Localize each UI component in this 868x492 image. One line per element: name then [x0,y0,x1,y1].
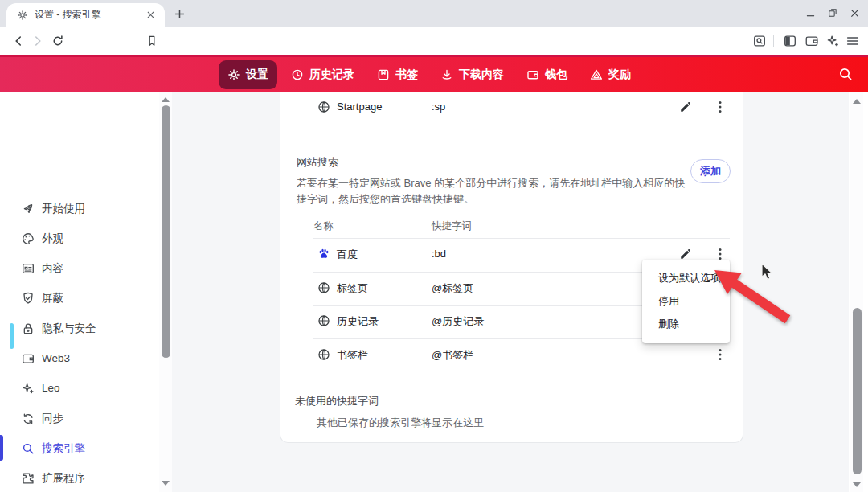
site-search-row-bookmarks-bar: 书签栏 @书签栏 [280,344,743,367]
sidebar-item-label: 内容 [42,261,63,276]
sidebar-item-label: 扩展程序 [42,471,85,486]
nav-label: 钱包 [545,68,567,82]
kebab-menu-icon[interactable] [714,347,726,362]
site-search-description: 若要在某一特定网站或 Brave 的某个部分中进行搜索，请先在地址栏中输入相应的… [297,175,689,207]
forward-icon[interactable] [29,32,47,50]
nav-label: 书签 [395,68,418,82]
browser-tab[interactable]: 设置 - 搜索引擎 [6,3,165,27]
wallet-icon [526,68,539,81]
browser-window: 设置 - 搜索引擎 [0,0,868,492]
bat-triangle-icon [590,68,603,81]
sidebar-item-search-engine[interactable]: 搜索引擎 [0,433,158,463]
engine-name: 标签页 [337,281,368,296]
engine-name: Startpage [337,100,382,113]
tab-strip: 设置 - 搜索引擎 [0,0,868,27]
engine-shortcut: @书签栏 [432,348,473,363]
globe-icon [317,281,330,294]
nav-item-history[interactable]: 历史记录 [282,60,363,89]
scroll-down-icon[interactable] [853,482,861,487]
site-search-title: 网站搜索 [297,155,338,170]
menu-hamburger-icon[interactable] [844,32,862,50]
sidebar-item-get-started[interactable]: 开始使用 [0,194,158,223]
sidebar-item-appearance[interactable]: 外观 [0,223,158,253]
column-header-name: 名称 [313,219,334,233]
sidebar-item-label: Web3 [42,352,70,364]
sidebar-item-extensions[interactable]: 扩展程序 [0,463,158,492]
engine-name: 历史记录 [337,314,379,329]
nav-item-wallet[interactable]: 钱包 [518,60,576,89]
download-icon [440,68,453,81]
nav-label: 奖励 [608,68,631,82]
globe-icon [317,100,330,113]
engine-row-startpage: Startpage :sp [280,96,743,119]
bookmark-flag-icon[interactable] [143,32,161,50]
sidebar-item-content[interactable]: 内容 [0,253,158,283]
main-scrollbar[interactable] [850,92,863,492]
nav-item-downloads[interactable]: 下载内容 [432,60,513,89]
settings-search-icon[interactable] [837,66,854,82]
nav-item-bookmarks[interactable]: 书签 [368,60,427,89]
sidebar-item-leo[interactable]: Leo [0,373,158,403]
engine-name: 百度 [337,248,358,262]
baidu-paw-icon [317,248,330,260]
new-tab-button[interactable] [172,6,186,21]
nav-item-settings[interactable]: 设置 [219,60,277,89]
sidebar-item-privacy-security[interactable]: 隐私与安全 [0,314,158,343]
engine-name: 书签栏 [337,348,368,363]
clock-icon [291,68,304,81]
sidebar-item-sync[interactable]: 同步 [0,404,158,433]
sidebar-scrollbar[interactable] [159,92,172,492]
kebab-menu-icon[interactable] [714,100,726,114]
restore-button[interactable] [823,4,842,22]
wallet-icon [21,351,35,366]
inactive-shortcuts-title: 未使用的快捷字词 [295,394,379,408]
globe-icon [317,348,330,361]
sparkle-icon [21,381,35,396]
tab-title: 设置 - 搜索引擎 [35,8,137,22]
engine-shortcut: :sp [432,100,445,113]
sidebar-scrollbar-thumb[interactable] [162,105,170,358]
sidebar-toggle-icon[interactable] [781,32,799,50]
nav-label: 下载内容 [459,68,504,82]
window-close-icon[interactable] [845,4,864,22]
engine-shortcut: :bd [432,248,446,260]
palette-icon [21,232,35,246]
back-icon[interactable] [10,32,27,50]
mouse-cursor [760,263,776,282]
gear-icon [227,68,240,81]
scroll-down-icon[interactable] [162,481,170,486]
rocket-icon [21,202,35,216]
sidebar-item-web3[interactable]: Web3 [0,343,158,373]
nav-label: 设置 [246,68,268,82]
wallet-icon[interactable] [803,32,821,50]
sidebar-item-label: Leo [42,382,60,394]
lock-icon [21,322,35,336]
leo-ai-icon[interactable] [824,32,841,50]
column-header-shortcut: 快捷字词 [432,219,472,233]
scroll-up-icon[interactable] [853,99,861,104]
toolbar: Brave brave://settings/searchEngines [0,27,868,55]
scroll-up-icon[interactable] [162,97,170,102]
edit-pencil-icon[interactable] [679,100,692,113]
sidebar-item-label: 外观 [42,232,63,246]
table-divider [313,238,730,239]
edit-pencil-icon[interactable] [679,248,692,260]
nav-item-rewards[interactable]: 奖励 [581,60,640,89]
divider [773,35,774,47]
tab-close-icon[interactable] [144,9,157,22]
main-scrollbar-thumb[interactable] [853,308,862,474]
sidebar-item-shields[interactable]: 屏蔽 [0,283,158,313]
red-annotation-arrow [699,257,804,334]
settings-sidebar: 开始使用 外观 内容 屏 [0,92,159,492]
content-card-icon [21,261,35,276]
minimize-button[interactable] [800,4,820,22]
sidebar-item-label: 开始使用 [42,202,85,216]
search-icon [21,441,35,456]
add-button[interactable]: 添加 [690,159,731,183]
bookmark-icon [377,68,390,81]
nav-label: 历史记录 [309,68,354,82]
reload-icon[interactable] [49,32,67,50]
search-tabs-icon[interactable] [751,32,768,50]
sidebar-item-label: 同步 [42,412,63,426]
settings-nav-bar: 设置 历史记录 书签 [0,55,868,92]
